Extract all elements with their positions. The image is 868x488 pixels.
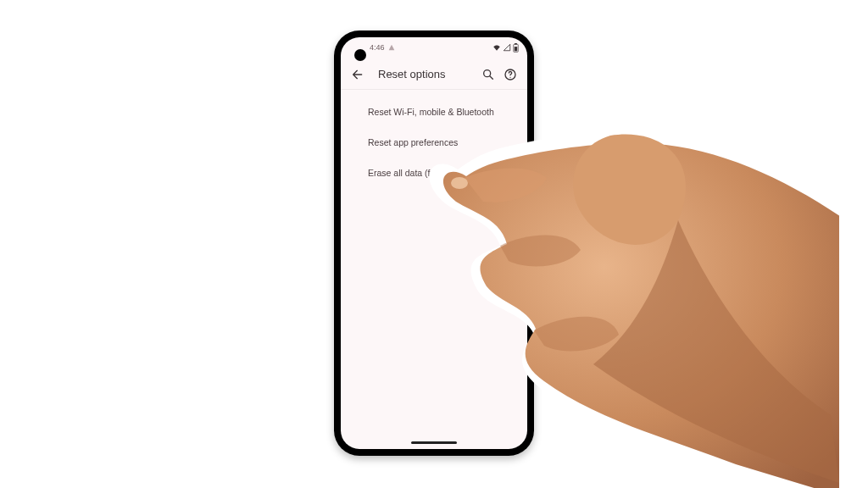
phone-frame: 4:46 — [334, 30, 534, 456]
phone-screen: 4:46 — [341, 37, 527, 449]
status-bar: 4:46 — [341, 37, 527, 58]
status-time: 4:46 — [370, 43, 385, 52]
status-left: 4:46 — [370, 43, 395, 52]
status-right — [492, 43, 519, 53]
option-erase-all-data[interactable]: Erase all data (factory reset) — [341, 158, 527, 188]
help-button[interactable] — [502, 66, 519, 83]
option-reset-wifi[interactable]: Reset Wi-Fi, mobile & Bluetooth — [341, 97, 527, 127]
svg-rect-1 — [515, 43, 517, 44]
svg-rect-2 — [515, 47, 517, 51]
wifi-icon — [492, 43, 501, 52]
option-label: Reset app preferences — [368, 137, 458, 147]
search-button[interactable] — [480, 66, 497, 83]
page-title: Reset options — [378, 68, 480, 80]
option-label: Reset Wi-Fi, mobile & Bluetooth — [368, 107, 494, 117]
cell-signal-icon — [503, 43, 511, 52]
punch-hole-camera — [354, 49, 366, 61]
option-label: Erase all data (factory reset) — [368, 168, 480, 178]
scene: 4:46 — [0, 0, 868, 488]
back-button[interactable] — [349, 66, 366, 83]
svg-point-6 — [509, 76, 510, 77]
options-list: Reset Wi-Fi, mobile & Bluetooth Reset ap… — [341, 97, 527, 188]
option-reset-app-prefs[interactable]: Reset app preferences — [341, 127, 527, 158]
svg-line-4 — [490, 76, 492, 79]
gesture-nav-pill[interactable] — [411, 441, 457, 444]
app-bar: Reset options — [341, 59, 527, 90]
signal-small-icon — [388, 44, 395, 51]
battery-icon — [513, 43, 519, 53]
svg-point-3 — [484, 69, 491, 76]
